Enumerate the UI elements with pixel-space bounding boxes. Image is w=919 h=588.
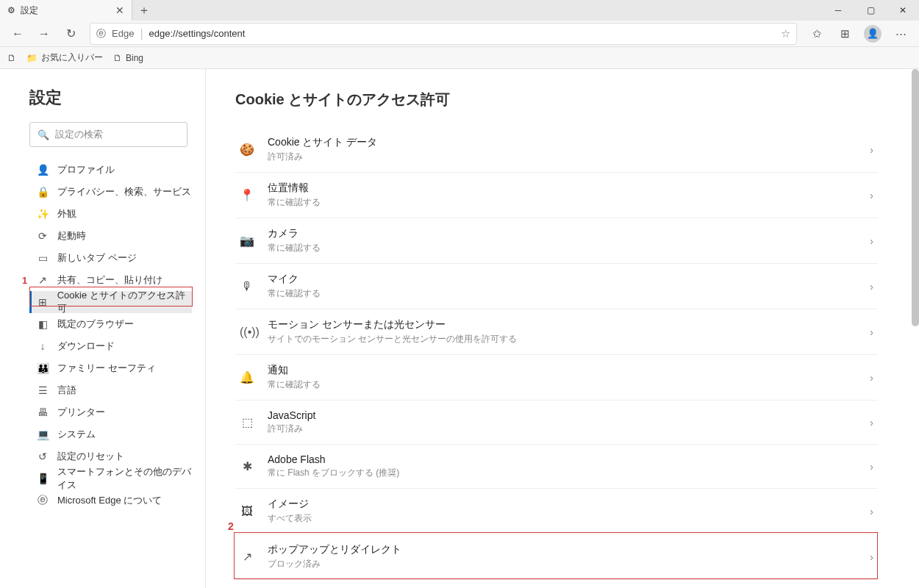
row-subtitle: 常に確認する bbox=[268, 287, 857, 300]
new-tab-button[interactable]: ＋ bbox=[132, 0, 156, 21]
row-title: Adobe Flash bbox=[268, 453, 857, 465]
row-icon: ✱ bbox=[240, 459, 254, 473]
sidebar-item[interactable]: ◧既定のブラウザー bbox=[29, 313, 192, 335]
sidebar-item-label: ダウンロード bbox=[57, 340, 115, 353]
favorite-star-icon[interactable]: ☆ bbox=[781, 27, 790, 40]
row-icon: 🎙 bbox=[240, 280, 254, 293]
row-icon: 📷 bbox=[240, 234, 254, 248]
chevron-right-icon: › bbox=[870, 461, 873, 473]
sidebar-item[interactable]: ↺設定のリセット bbox=[29, 445, 192, 467]
sidebar-item[interactable]: 🔒プライバシー、検索、サービス bbox=[29, 181, 192, 203]
sidebar-item-icon: 🖶 bbox=[37, 406, 49, 418]
sidebar-item-label: Microsoft Edge について bbox=[57, 494, 162, 507]
more-menu-icon[interactable]: ⋯ bbox=[888, 22, 913, 46]
profile-avatar[interactable]: 👤 bbox=[860, 22, 885, 46]
permission-row[interactable]: 🍪Cookie とサイト データ許可済み› bbox=[235, 127, 878, 172]
permission-row[interactable]: ((•))モーション センサーまたは光センサーサイトでのモーション センサーと光… bbox=[235, 309, 878, 354]
address-bar[interactable]: ⓔ Edge | edge://settings/content ☆ bbox=[90, 23, 797, 45]
row-subtitle: 常に確認する bbox=[268, 196, 857, 209]
scrollbar-thumb[interactable] bbox=[912, 69, 919, 326]
sidebar-item[interactable]: ✨外観 bbox=[29, 203, 192, 225]
row-subtitle: 常に Flash をブロックする (推奨) bbox=[268, 467, 857, 479]
bookmark-blank[interactable]: 🗋 bbox=[7, 53, 16, 63]
forward-button[interactable]: → bbox=[32, 22, 56, 46]
page-title: Cookie とサイトのアクセス許可 bbox=[235, 90, 878, 110]
permission-row[interactable]: ↗ポップアップとリダイレクトブロック済み› bbox=[235, 534, 878, 579]
annotation-marker-2: 2 bbox=[228, 520, 234, 532]
row-subtitle: 許可済み bbox=[268, 423, 857, 435]
bookmark-bing[interactable]: 🗋 Bing bbox=[113, 53, 143, 63]
folder-icon: 📁 bbox=[26, 53, 37, 63]
permission-row[interactable]: 📷カメラ常に確認する› bbox=[235, 218, 878, 263]
close-tab-icon[interactable]: ✕ bbox=[115, 4, 124, 16]
search-icon: 🔍 bbox=[37, 129, 49, 140]
row-body: Adobe Flash常に Flash をブロックする (推奨) bbox=[268, 453, 857, 479]
settings-search-input[interactable]: 🔍 設定の検索 bbox=[29, 122, 187, 147]
row-subtitle: サイトでのモーション センサーと光センサーの使用を許可する bbox=[268, 333, 857, 345]
favorites-icon[interactable]: ✩ bbox=[804, 22, 829, 46]
sidebar-item[interactable]: 📱スマートフォンとその他のデバイス bbox=[29, 467, 192, 490]
sidebar-item[interactable]: ↓ダウンロード bbox=[29, 335, 192, 357]
tab-title: 設定 bbox=[21, 4, 38, 17]
sidebar-item[interactable]: ▭新しいタブ ページ bbox=[29, 247, 192, 269]
sidebar-item[interactable]: 💻システム bbox=[29, 423, 192, 445]
sidebar-title: 設定 bbox=[29, 87, 192, 109]
row-title: JavaScript bbox=[268, 409, 857, 421]
content-area: 設定 🔍 設定の検索 👤プロファイル🔒プライバシー、検索、サービス✨外観⟳起動時… bbox=[0, 69, 919, 588]
chevron-right-icon: › bbox=[870, 372, 873, 384]
permission-row[interactable]: ⬚JavaScript許可済み› bbox=[235, 400, 878, 444]
bookmark-favorites-folder[interactable]: 📁 お気に入りバー bbox=[26, 51, 103, 64]
permission-row[interactable]: ▭広告ブロック済み› bbox=[235, 579, 878, 588]
row-title: 位置情報 bbox=[268, 182, 857, 195]
chevron-right-icon: › bbox=[870, 190, 873, 201]
minimize-button[interactable]: ─ bbox=[822, 0, 854, 21]
refresh-button[interactable]: ↻ bbox=[59, 22, 82, 46]
row-title: ポップアップとリダイレクト bbox=[268, 543, 857, 556]
sidebar-item[interactable]: ⊞Cookie とサイトのアクセス許可 bbox=[29, 291, 192, 313]
permission-row[interactable]: 🖼イメージすべて表示› bbox=[235, 488, 878, 534]
permission-row[interactable]: 🎙マイク常に確認する› bbox=[235, 263, 878, 309]
browser-tab[interactable]: ⚙ 設定 ✕ bbox=[0, 0, 132, 21]
sidebar-item[interactable]: ⟳起動時 bbox=[29, 225, 192, 247]
url-text: edge://settings/content bbox=[149, 28, 775, 39]
sidebar-item[interactable]: ⓔMicrosoft Edge について bbox=[29, 490, 192, 512]
row-body: ポップアップとリダイレクトブロック済み bbox=[268, 543, 857, 570]
sidebar-item-icon: ◧ bbox=[37, 318, 49, 330]
main-panel: Cookie とサイトのアクセス許可 🍪Cookie とサイト データ許可済み›… bbox=[206, 69, 919, 588]
row-title: モーション センサーまたは光センサー bbox=[268, 318, 857, 331]
sidebar-item-label: プライバシー、検索、サービス bbox=[57, 185, 191, 198]
permission-row[interactable]: 📍位置情報常に確認する› bbox=[235, 172, 878, 218]
sidebar-item-icon: ⊞ bbox=[37, 296, 49, 308]
back-button[interactable]: ← bbox=[6, 22, 29, 46]
maximize-button[interactable]: ▢ bbox=[854, 0, 887, 21]
page-icon: 🗋 bbox=[113, 53, 122, 63]
sidebar-item[interactable]: 👤プロファイル bbox=[29, 159, 192, 181]
permission-row[interactable]: 🔔通知常に確認する› bbox=[235, 354, 878, 400]
annotation-marker-1: 1 bbox=[22, 275, 27, 286]
sidebar-item-label: 共有、コピー、貼り付け bbox=[57, 273, 162, 287]
sidebar-item[interactable]: ↗共有、コピー、貼り付け bbox=[29, 269, 192, 291]
row-body: モーション センサーまたは光センサーサイトでのモーション センサーと光センサーの… bbox=[268, 318, 857, 345]
sidebar-item-icon: ▭ bbox=[37, 252, 49, 264]
row-subtitle: すべて表示 bbox=[268, 512, 857, 525]
collections-icon[interactable]: ⊞ bbox=[832, 22, 857, 46]
edge-icon: ⓔ bbox=[96, 27, 106, 40]
gear-icon: ⚙ bbox=[7, 5, 15, 15]
permission-row[interactable]: ✱Adobe Flash常に Flash をブロックする (推奨)› bbox=[235, 444, 878, 488]
sidebar-item-label: 言語 bbox=[57, 384, 76, 397]
settings-sidebar: 設定 🔍 設定の検索 👤プロファイル🔒プライバシー、検索、サービス✨外観⟳起動時… bbox=[0, 69, 206, 588]
row-icon: 🖼 bbox=[240, 505, 254, 518]
row-body: 位置情報常に確認する bbox=[268, 182, 857, 209]
row-icon: 🍪 bbox=[240, 143, 254, 157]
toolbar: ← → ↻ ⓔ Edge | edge://settings/content ☆… bbox=[0, 21, 919, 47]
chevron-right-icon: › bbox=[870, 281, 873, 293]
close-window-button[interactable]: ✕ bbox=[887, 0, 919, 21]
chevron-right-icon: › bbox=[870, 235, 873, 247]
sidebar-item[interactable]: 🖶プリンター bbox=[29, 401, 192, 423]
sidebar-item-label: 既定のブラウザー bbox=[57, 318, 134, 331]
row-body: Cookie とサイト データ許可済み bbox=[268, 136, 857, 163]
sidebar-item[interactable]: ☰言語 bbox=[29, 379, 192, 401]
sidebar-item-label: Cookie とサイトのアクセス許可 bbox=[57, 289, 192, 315]
sidebar-item[interactable]: 👪ファミリー セーフティ bbox=[29, 357, 192, 379]
row-icon: 🔔 bbox=[240, 370, 254, 384]
